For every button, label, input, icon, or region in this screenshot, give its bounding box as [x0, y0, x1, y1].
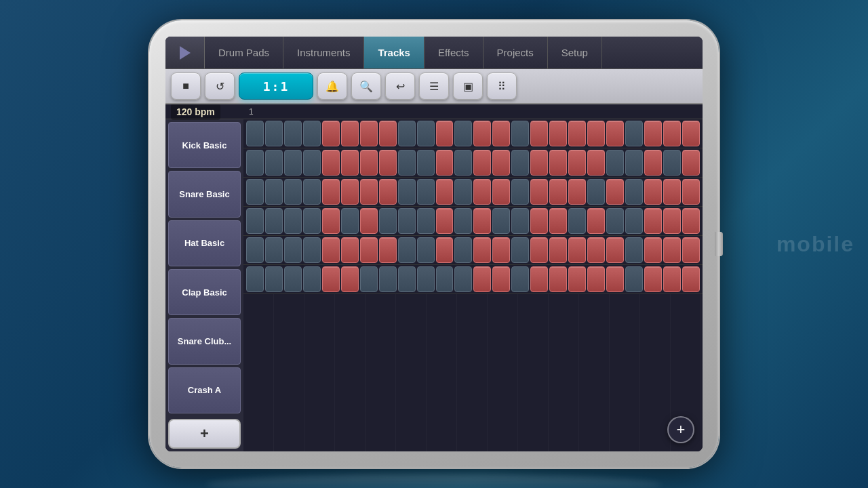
beat-cell-3-6[interactable]	[360, 208, 378, 234]
beat-cell-0-4[interactable]	[322, 121, 340, 146]
beat-cell-1-14[interactable]	[511, 150, 529, 176]
beat-cell-1-19[interactable]	[606, 150, 624, 176]
beat-cell-2-14[interactable]	[511, 179, 529, 205]
beat-cell-2-16[interactable]	[549, 179, 567, 205]
beat-cell-5-4[interactable]	[322, 266, 340, 292]
beat-cell-5-13[interactable]	[492, 266, 510, 292]
beat-cell-2-22[interactable]	[663, 179, 681, 205]
beat-cell-5-0[interactable]	[246, 266, 264, 292]
beat-cell-3-16[interactable]	[549, 208, 567, 234]
beat-cell-1-5[interactable]	[341, 150, 359, 176]
beat-cell-3-1[interactable]	[265, 208, 283, 234]
beat-cell-1-17[interactable]	[568, 150, 586, 176]
beat-cell-4-3[interactable]	[303, 237, 321, 263]
beat-cell-0-11[interactable]	[454, 121, 472, 146]
search-button[interactable]: 🔍	[351, 73, 381, 100]
beat-cell-1-20[interactable]	[625, 150, 643, 176]
beat-cell-5-19[interactable]	[606, 266, 624, 292]
beat-cell-2-8[interactable]	[398, 179, 416, 205]
list-view-button[interactable]: ☰	[419, 73, 449, 100]
beat-cell-4-23[interactable]	[682, 237, 700, 263]
image-view-button[interactable]: ▣	[453, 73, 483, 100]
beat-cell-5-10[interactable]	[436, 266, 454, 292]
beat-cell-3-4[interactable]	[322, 208, 340, 234]
beat-cell-4-15[interactable]	[530, 237, 548, 263]
beat-cell-0-17[interactable]	[568, 121, 586, 146]
beat-cell-0-2[interactable]	[284, 121, 302, 146]
beat-cell-4-0[interactable]	[246, 237, 264, 263]
beat-cell-2-15[interactable]	[530, 179, 548, 205]
beat-cell-5-22[interactable]	[663, 266, 681, 292]
beat-cell-0-1[interactable]	[265, 121, 283, 146]
beat-cell-0-0[interactable]	[246, 121, 264, 146]
beat-cell-0-22[interactable]	[663, 121, 681, 146]
tab-projects[interactable]: Projects	[484, 37, 548, 68]
beat-cell-0-6[interactable]	[360, 121, 378, 146]
beat-cell-5-16[interactable]	[549, 266, 567, 292]
beat-cell-3-21[interactable]	[644, 208, 662, 234]
tab-drum-pads[interactable]: Drum Pads	[205, 37, 283, 68]
beat-cell-5-9[interactable]	[417, 266, 435, 292]
beat-cell-3-13[interactable]	[492, 208, 510, 234]
beat-cell-3-7[interactable]	[379, 208, 397, 234]
beat-cell-1-11[interactable]	[454, 150, 472, 176]
beat-cell-0-18[interactable]	[587, 121, 605, 146]
track-label-3[interactable]: Clap Basic	[168, 269, 241, 315]
beat-cell-5-21[interactable]	[644, 266, 662, 292]
beat-cell-0-20[interactable]	[625, 121, 643, 146]
beat-cell-2-17[interactable]	[568, 179, 586, 205]
tab-effects[interactable]: Effects	[425, 37, 484, 68]
beat-cell-1-9[interactable]	[417, 150, 435, 176]
undo-button[interactable]: ↩	[385, 73, 415, 100]
beat-cell-1-7[interactable]	[379, 150, 397, 176]
metronome-button[interactable]: 🔔	[317, 73, 347, 100]
add-track-grid-button[interactable]: +	[667, 416, 694, 443]
side-button[interactable]	[715, 232, 723, 256]
beat-cell-5-3[interactable]	[303, 266, 321, 292]
beat-cell-3-17[interactable]	[568, 208, 586, 234]
play-button[interactable]	[165, 37, 205, 68]
beat-cell-5-12[interactable]	[473, 266, 491, 292]
beat-cell-4-20[interactable]	[625, 237, 643, 263]
beat-cell-2-3[interactable]	[303, 179, 321, 205]
beat-cell-5-5[interactable]	[341, 266, 359, 292]
beat-cell-2-4[interactable]	[322, 179, 340, 205]
beat-cell-0-16[interactable]	[549, 121, 567, 146]
beat-cell-0-7[interactable]	[379, 121, 397, 146]
beat-cell-5-23[interactable]	[682, 266, 700, 292]
beat-cell-3-15[interactable]	[530, 208, 548, 234]
beat-cell-4-5[interactable]	[341, 237, 359, 263]
beat-cell-0-13[interactable]	[492, 121, 510, 146]
beat-cell-2-5[interactable]	[341, 179, 359, 205]
beat-cell-4-22[interactable]	[663, 237, 681, 263]
beat-cell-3-2[interactable]	[284, 208, 302, 234]
beat-cell-2-18[interactable]	[587, 179, 605, 205]
beat-cell-5-15[interactable]	[530, 266, 548, 292]
beat-cell-5-14[interactable]	[511, 266, 529, 292]
beat-cell-3-9[interactable]	[417, 208, 435, 234]
tab-instruments[interactable]: Instruments	[283, 37, 364, 68]
beat-cell-2-21[interactable]	[644, 179, 662, 205]
beat-cell-1-4[interactable]	[322, 150, 340, 176]
beat-cell-4-2[interactable]	[284, 237, 302, 263]
beat-cell-2-19[interactable]	[606, 179, 624, 205]
track-label-4[interactable]: Snare Club...	[168, 318, 241, 364]
beat-cell-2-6[interactable]	[360, 179, 378, 205]
beat-cell-5-18[interactable]	[587, 266, 605, 292]
beat-cell-3-3[interactable]	[303, 208, 321, 234]
beat-cell-4-18[interactable]	[587, 237, 605, 263]
beat-cell-5-8[interactable]	[398, 266, 416, 292]
beat-cell-0-19[interactable]	[606, 121, 624, 146]
beat-cell-2-1[interactable]	[265, 179, 283, 205]
beat-cell-2-2[interactable]	[284, 179, 302, 205]
beat-cell-5-1[interactable]	[265, 266, 283, 292]
track-label-1[interactable]: Snare Basic	[168, 171, 241, 217]
beat-cell-0-3[interactable]	[303, 121, 321, 146]
beat-cell-4-17[interactable]	[568, 237, 586, 263]
beat-cell-1-3[interactable]	[303, 150, 321, 176]
beat-cell-1-13[interactable]	[492, 150, 510, 176]
beat-cell-2-10[interactable]	[436, 179, 454, 205]
add-track-button[interactable]: +	[168, 419, 241, 449]
beat-cell-3-12[interactable]	[473, 208, 491, 234]
beat-cell-1-22[interactable]	[663, 150, 681, 176]
